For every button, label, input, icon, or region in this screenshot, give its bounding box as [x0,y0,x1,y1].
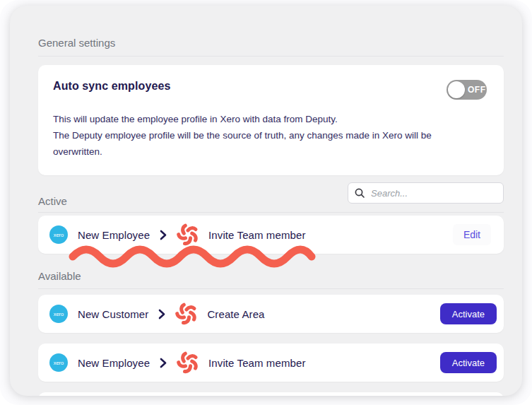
auto-sync-title: Auto sync employees [53,80,170,93]
xero-icon: xero [49,225,68,244]
deputy-icon [176,223,200,247]
available-integration-row: xero New Employee Invite Team member [38,344,504,382]
xero-icon: xero [49,353,68,372]
chevron-right-icon [160,230,167,240]
chevron-right-icon [160,358,167,368]
available-section-header: Available [38,270,504,289]
target-action-label: Invite Team member [208,229,305,241]
description-line-1: This will update the employee profile in… [53,111,459,127]
chevron-right-icon [158,309,165,319]
toggle-state-label: OFF [468,85,486,95]
general-settings-header: General settings [38,37,504,57]
xero-icon: xero [49,305,68,323]
activate-button[interactable]: Activate [440,303,497,324]
search-input[interactable] [348,182,504,204]
toggle-knob-icon [448,81,465,98]
available-integration-row: xero Import Leave Balance Sync Leave Bal… [38,392,504,396]
search-icon [354,187,365,199]
available-section-title: Available [38,270,81,282]
deputy-icon [175,302,199,326]
description-line-2: The Deputy employee profile will be the … [53,127,459,160]
edit-button[interactable]: Edit [453,224,491,245]
search-box [348,182,504,204]
auto-sync-card: Auto sync employees OFF This will update… [38,65,504,175]
active-section-header: Active [38,182,504,213]
available-integration-row: xero New Customer Create Area Act [38,295,504,333]
active-section-title: Active [38,195,67,208]
general-settings-title: General settings [38,37,115,49]
active-integration-row: xero New Employee Invite Team member [38,216,504,254]
settings-panel: General settings Auto sync employees OFF… [10,6,522,396]
target-action-label: Create Area [207,308,264,320]
source-event-label: New Employee [78,229,150,241]
activate-button[interactable]: Activate [440,352,497,373]
settings-screen: General settings Auto sync employees OFF… [0,0,532,405]
auto-sync-description: This will update the employee profile in… [53,111,459,160]
source-event-label: New Employee [78,357,150,369]
deputy-icon [176,351,200,375]
source-event-label: New Customer [78,308,148,320]
target-action-label: Invite Team member [208,357,305,369]
auto-sync-toggle[interactable]: OFF [447,80,487,100]
